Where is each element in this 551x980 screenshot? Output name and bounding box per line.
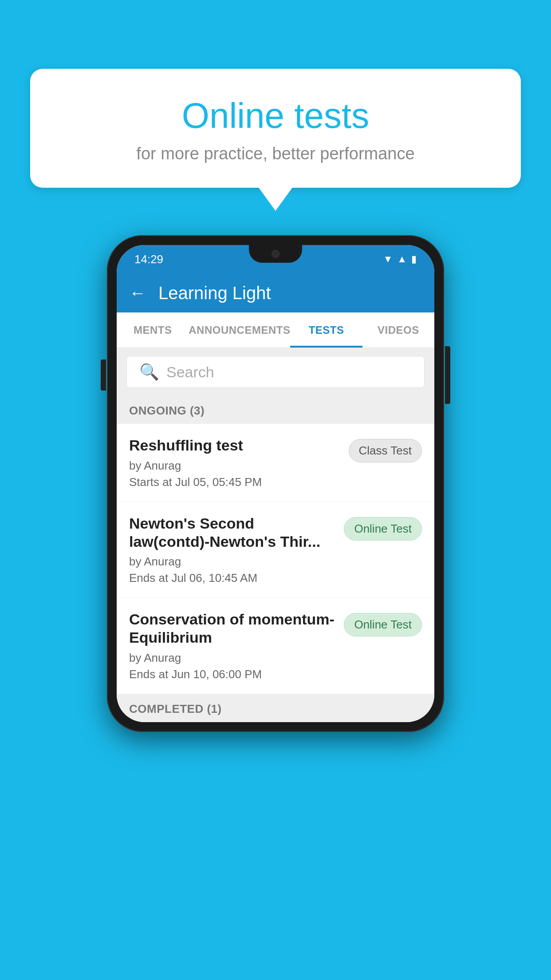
search-icon: 🔍 — [139, 363, 159, 381]
tab-ments[interactable]: MENTS — [117, 312, 189, 348]
battery-icon: ▮ — [411, 253, 417, 265]
test-author: by Anurag — [129, 555, 337, 569]
speech-bubble: Online tests for more practice, better p… — [30, 69, 521, 188]
test-badge: Online Test — [344, 517, 422, 541]
tab-tests[interactable]: TESTS — [290, 312, 362, 348]
test-info: Conservation of momentum-Equilibrium by … — [129, 610, 337, 681]
front-camera — [272, 250, 279, 258]
promo-card: Online tests for more practice, better p… — [30, 69, 521, 188]
test-name: Newton's Second law(contd)-Newton's Thir… — [129, 514, 337, 551]
test-name: Conservation of momentum-Equilibrium — [129, 610, 337, 647]
tab-videos[interactable]: VIDEOS — [362, 312, 434, 348]
wifi-icon: ▼ — [383, 253, 393, 265]
signal-icon: ▲ — [397, 253, 407, 265]
test-badge: Online Test — [344, 613, 422, 636]
test-item[interactable]: Reshuffling test by Anurag Starts at Jul… — [117, 424, 434, 502]
notch — [249, 245, 302, 263]
test-date: Ends at Jun 10, 06:00 PM — [129, 668, 337, 681]
test-author: by Anurag — [129, 459, 342, 473]
search-container: 🔍 Search — [117, 348, 434, 396]
test-name: Reshuffling test — [129, 436, 342, 454]
phone-outer: 14:29 ▼ ▲ ▮ ← Learning Light MENTS — [107, 235, 444, 732]
test-date: Ends at Jul 06, 10:45 AM — [129, 571, 337, 585]
test-list: Reshuffling test by Anurag Starts at Jul… — [117, 424, 434, 694]
back-button[interactable]: ← — [129, 284, 146, 303]
test-badge: Class Test — [349, 439, 422, 462]
app-header: ← Learning Light — [117, 273, 434, 312]
promo-title: Online tests — [66, 95, 485, 136]
test-item[interactable]: Newton's Second law(contd)-Newton's Thir… — [117, 502, 434, 598]
search-placeholder: Search — [166, 364, 214, 381]
status-icons: ▼ ▲ ▮ — [383, 253, 417, 265]
tabs-bar: MENTS ANNOUNCEMENTS TESTS VIDEOS — [117, 312, 434, 348]
test-date: Starts at Jul 05, 05:45 PM — [129, 475, 342, 489]
ongoing-section-label: ONGOING (3) — [117, 396, 434, 424]
phone-screen: 14:29 ▼ ▲ ▮ ← Learning Light MENTS — [117, 245, 434, 722]
test-item[interactable]: Conservation of momentum-Equilibrium by … — [117, 598, 434, 694]
completed-section-label: COMPLETED (1) — [117, 694, 434, 722]
promo-subtitle: for more practice, better performance — [66, 144, 485, 163]
test-info: Newton's Second law(contd)-Newton's Thir… — [129, 514, 337, 585]
test-info: Reshuffling test by Anurag Starts at Jul… — [129, 436, 342, 489]
search-bar[interactable]: 🔍 Search — [126, 356, 425, 388]
status-time: 14:29 — [134, 253, 163, 266]
test-author: by Anurag — [129, 651, 337, 665]
app-title: Learning Light — [158, 283, 271, 303]
tab-announcements[interactable]: ANNOUNCEMENTS — [189, 312, 290, 348]
phone-mockup: 14:29 ▼ ▲ ▮ ← Learning Light MENTS — [107, 235, 444, 732]
status-bar: 14:29 ▼ ▲ ▮ — [117, 245, 434, 273]
